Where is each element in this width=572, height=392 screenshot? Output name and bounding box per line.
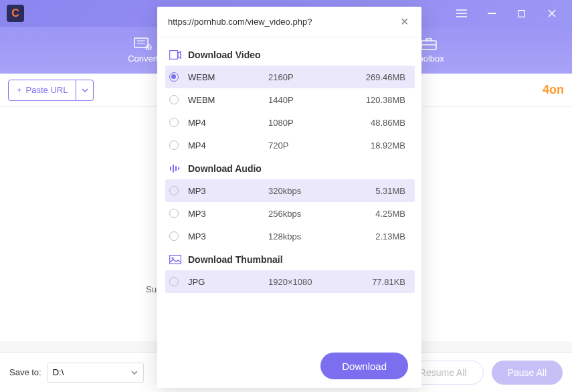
option-quality: 1440P — [268, 95, 349, 105]
option-quality: 1080P — [268, 118, 349, 128]
thumbnail-section-header: Download Thumbnail — [165, 248, 421, 270]
radio-button[interactable] — [169, 231, 179, 241]
option-size: 269.46MB — [349, 72, 405, 82]
option-format: WEBM — [188, 72, 268, 82]
option-quality: 720P — [268, 140, 349, 151]
option-size: 18.92MB — [349, 140, 405, 151]
video-option-row[interactable]: MP41080P48.86MB — [165, 111, 415, 134]
nav-convert-label: Convert — [128, 54, 159, 64]
radio-button[interactable] — [169, 186, 179, 195]
paste-url-main[interactable]: + Paste URL — [9, 85, 76, 95]
svg-point-7 — [172, 258, 174, 260]
logo-letter: C — [11, 7, 19, 19]
video-section-header: Download Video — [165, 43, 421, 66]
maximize-button[interactable] — [506, 4, 537, 23]
paste-url-dropdown[interactable] — [76, 80, 93, 100]
option-format: WEBM — [188, 95, 268, 105]
save-path-select[interactable]: D:\ — [47, 363, 144, 383]
close-icon: ✕ — [400, 15, 409, 28]
option-quality: 2160P — [268, 72, 349, 82]
modal-close-button[interactable]: ✕ — [397, 15, 411, 29]
pause-label: Pause All — [508, 367, 547, 378]
audio-section-header: Download Audio — [165, 157, 421, 179]
option-format: MP3 — [188, 209, 268, 219]
radio-button[interactable] — [169, 140, 179, 150]
paste-url-label: Paste URL — [26, 85, 68, 95]
chevron-down-icon — [82, 88, 88, 92]
chevron-down-icon — [131, 371, 138, 375]
toolbox-icon — [419, 37, 438, 50]
option-size: 120.38MB — [349, 95, 405, 105]
svg-rect-6 — [170, 256, 181, 264]
video-option-row[interactable]: WEBM2160P269.46MB — [165, 66, 415, 88]
audio-section-title: Download Audio — [188, 163, 262, 174]
thumbnail-section-title: Download Thumbnail — [188, 254, 283, 265]
video-section-title: Download Video — [188, 50, 261, 60]
svg-rect-5 — [170, 51, 178, 60]
option-format: JPG — [188, 277, 268, 287]
app-logo: C — [7, 5, 24, 22]
window-controls — [446, 4, 567, 23]
option-size: 77.81KB — [349, 277, 405, 287]
bottom-actions: Resume All Pause All — [403, 361, 563, 385]
svg-rect-1 — [518, 10, 525, 17]
modal-header: https://pornhub.com/view_video.php? ✕ — [157, 7, 421, 37]
video-option-row[interactable]: WEBM1440P120.38MB — [165, 88, 415, 111]
option-size: 48.86MB — [349, 118, 405, 128]
convert-icon — [134, 37, 153, 50]
option-format: MP4 — [188, 118, 268, 128]
modal-footer: Download — [157, 344, 421, 388]
audio-icon — [169, 164, 181, 173]
minimize-button[interactable] — [476, 4, 506, 23]
radio-button[interactable] — [169, 72, 179, 82]
download-button[interactable]: Download — [320, 353, 408, 379]
plus-icon: + — [17, 85, 22, 95]
pause-all-button[interactable]: Pause All — [492, 361, 563, 385]
option-quality: 1920×1080 — [268, 277, 349, 287]
paste-url-button: + Paste URL — [8, 80, 94, 101]
option-quality: 256kbps — [268, 209, 349, 219]
resume-label: Resume All — [419, 367, 467, 378]
option-format: MP4 — [188, 140, 268, 151]
option-format: MP3 — [188, 231, 268, 241]
brand-badge: 4on — [543, 83, 564, 97]
option-format: MP3 — [188, 186, 268, 196]
save-path-value: D:\ — [53, 367, 64, 377]
close-button[interactable] — [537, 4, 567, 23]
menu-icon[interactable] — [446, 4, 476, 23]
audio-option-row[interactable]: MP3320kbps5.31MB — [165, 179, 415, 202]
thumbnail-option-row[interactable]: JPG1920×108077.81KB — [165, 270, 415, 293]
download-modal: https://pornhub.com/view_video.php? ✕ Do… — [157, 7, 421, 388]
option-size: 5.31MB — [349, 186, 405, 196]
radio-button[interactable] — [169, 277, 179, 286]
download-label: Download — [342, 361, 387, 372]
option-quality: 128kbps — [268, 231, 349, 241]
audio-option-row[interactable]: MP3256kbps4.25MB — [165, 202, 415, 225]
svg-rect-0 — [488, 13, 496, 14]
option-quality: 320kbps — [268, 186, 349, 196]
video-icon — [169, 50, 181, 60]
video-option-row[interactable]: MP4720P18.92MB — [165, 134, 415, 157]
image-icon — [169, 255, 181, 264]
option-size: 2.13MB — [349, 231, 405, 241]
option-size: 4.25MB — [349, 209, 405, 219]
audio-option-row[interactable]: MP3128kbps2.13MB — [165, 225, 415, 248]
radio-button[interactable] — [169, 118, 179, 127]
radio-button[interactable] — [169, 209, 179, 218]
modal-body[interactable]: Download Video WEBM2160P269.46MBWEBM1440… — [157, 37, 421, 344]
radio-button[interactable] — [169, 95, 179, 104]
nav-convert[interactable]: Convert — [128, 37, 159, 64]
modal-url: https://pornhub.com/view_video.php? — [168, 17, 397, 27]
toolbar-right: 4on — [543, 83, 564, 97]
save-to-label: Save to: — [9, 367, 41, 377]
